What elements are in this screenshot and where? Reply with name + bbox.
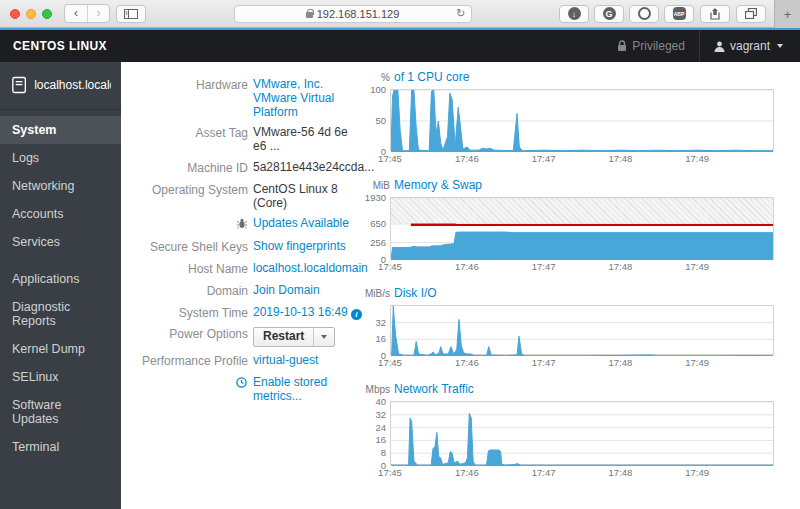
info-row-power-options: Power OptionsRestart — [131, 327, 362, 347]
host-name: localhost.locald... — [34, 78, 111, 92]
sidebar-item-software-updates[interactable]: Software Updates — [0, 391, 121, 433]
power-options-dropdown-toggle[interactable] — [313, 328, 334, 346]
updates-available-link[interactable]: Updates Available — [253, 216, 349, 230]
chart-unit-label: % — [362, 72, 390, 83]
info-row-machine-id: Machine ID5a2811e443e24ccda... — [131, 161, 362, 176]
show-fingerprints-link[interactable]: Show fingerprints — [253, 239, 346, 253]
download-extension-button[interactable]: ↓ — [559, 5, 589, 23]
vmware-inc-vmware-virtual-platform-link[interactable]: VMware, Inc. VMware Virtual Platform — [253, 77, 334, 119]
info-label: Power Options — [131, 327, 248, 347]
user-menu[interactable]: vagrant — [699, 30, 787, 62]
sidebar-item-accounts[interactable]: Accounts — [0, 200, 121, 228]
virtual-guest-link[interactable]: virtual-guest — [253, 353, 318, 367]
info-label: Secure Shell Keys — [131, 240, 248, 255]
plot-area-network[interactable] — [390, 401, 774, 465]
sidebar-item-terminal[interactable]: Terminal — [0, 433, 121, 461]
user-menu-caret-icon — [777, 44, 783, 48]
info-label: System Time — [131, 306, 248, 321]
sidebar-item-diagnostic-reports[interactable]: Diagnostic Reports — [0, 293, 121, 335]
sidebar-item-applications[interactable]: Applications — [0, 265, 121, 293]
enable-stored-metrics-link[interactable]: Enable stored metrics... — [253, 375, 327, 403]
sidebar-item-services[interactable]: Services — [0, 228, 121, 256]
privileged-indicator[interactable]: Privileged — [603, 39, 699, 53]
server-icon — [12, 75, 26, 95]
plot-area-disk[interactable] — [390, 305, 774, 355]
bug-icon — [237, 218, 247, 233]
sidebar-item-selinux[interactable]: SELinux — [0, 363, 121, 391]
restart-button[interactable]: Restart — [254, 328, 313, 346]
join-domain-link[interactable]: Join Domain — [253, 283, 320, 297]
charts-panel: %of 1 CPU core05010017:4517:4617:4717:48… — [362, 62, 800, 509]
info-label: Domain — [131, 284, 248, 299]
chart-title-link-network[interactable]: Network Traffic — [394, 382, 474, 396]
info-row-asset-tag: Asset TagVMware-56 4d 6e e6 ... — [131, 126, 362, 154]
info-value-text: VMware-56 4d 6e e6 ... — [253, 125, 348, 153]
address-bar[interactable]: 192.168.151.129 ↻ — [234, 5, 472, 23]
reload-icon[interactable]: ↻ — [456, 7, 465, 20]
tab-overview-button[interactable] — [736, 5, 766, 23]
info-value-text: CentOS Linux 8 (Core) — [253, 182, 338, 210]
sidebar: localhost.locald... SystemLogsNetworking… — [0, 62, 121, 509]
info-label: Asset Tag — [131, 126, 248, 154]
chart-unit-label: MiB — [362, 180, 390, 191]
x-axis-labels: 17:4517:4617:4717:4817:49 — [390, 259, 774, 273]
share-icon — [710, 8, 720, 20]
info-label: Operating System — [131, 183, 248, 211]
sidebar-item-logs[interactable]: Logs — [0, 144, 121, 172]
forward-button[interactable]: › — [87, 5, 109, 22]
sidebar-item-networking[interactable]: Networking — [0, 172, 121, 200]
window-controls — [10, 9, 52, 19]
chart-unit-label: Mbps — [362, 384, 390, 395]
window-close-button[interactable] — [10, 9, 20, 19]
new-tab-button[interactable]: + — [774, 0, 800, 28]
window-zoom-button[interactable] — [42, 9, 52, 19]
sidebar-toggle-button[interactable] — [116, 5, 146, 23]
sidebar-item-kernel-dump[interactable]: Kernel Dump — [0, 335, 121, 363]
plot-area-cpu[interactable] — [390, 89, 774, 151]
info-badge-icon[interactable]: i — [351, 309, 362, 320]
info-row-updates-available: Updates Available — [131, 217, 362, 233]
info-row-secure-shell-keys: Secure Shell KeysShow fingerprints — [131, 240, 362, 255]
plot-area-memory[interactable] — [390, 197, 774, 259]
localhost-localdomain-link[interactable]: localhost.localdomain — [253, 261, 368, 275]
masthead: CENTOS LINUX Privileged vagrant — [0, 30, 800, 62]
share-button[interactable] — [700, 5, 730, 23]
brand-title: CENTOS LINUX — [13, 39, 107, 53]
x-axis-labels: 17:4517:4617:4717:4817:49 — [390, 151, 774, 165]
info-label — [131, 217, 248, 233]
chart-memory: MiBMemory & Swap0256650193017:4517:4617:… — [362, 178, 774, 273]
info-row-domain: DomainJoin Domain — [131, 284, 362, 299]
info-row-operating-system: Operating SystemCentOS Linux 8 (Core) — [131, 183, 362, 211]
host-selector[interactable]: localhost.locald... — [0, 62, 121, 107]
sidebar-item-system[interactable]: System — [0, 116, 121, 144]
adblock-extension-button[interactable]: ABP — [664, 5, 694, 23]
sidebar-toggle-icon — [124, 9, 138, 19]
x-axis-labels: 17:4517:4617:4717:4817:49 — [390, 355, 774, 369]
url-text: 192.168.151.129 — [317, 8, 400, 20]
info-label: Machine ID — [131, 161, 248, 176]
info-row-performance-profile: Performance Profilevirtual-guest — [131, 354, 362, 369]
y-axis-labels: 0816243240 — [362, 401, 390, 465]
ring-extension-button[interactable] — [629, 5, 659, 23]
info-row-system-time: System Time2019-10-13 16:49i — [131, 306, 362, 321]
info-label: Host Name — [131, 262, 248, 277]
info-label: Hardware — [131, 78, 248, 119]
y-axis-labels: 01632 — [362, 305, 390, 355]
grammar-extension-button[interactable]: G — [594, 5, 624, 23]
chart-title-link-memory[interactable]: Memory & Swap — [394, 178, 482, 192]
info-row-hardware: HardwareVMware, Inc. VMware Virtual Plat… — [131, 78, 362, 119]
chart-disk: MiB/sDisk I/O0163217:4517:4617:4717:4817… — [362, 286, 774, 369]
download-extension-icon: ↓ — [568, 7, 581, 20]
x-axis-labels: 17:4517:4617:4717:4817:49 — [390, 465, 774, 479]
history-clock-icon — [236, 377, 247, 392]
2019-10-13-16-49-link[interactable]: 2019-10-13 16:49 — [253, 305, 348, 319]
chart-cpu: %of 1 CPU core05010017:4517:4617:4717:48… — [362, 70, 774, 165]
ring-extension-icon — [638, 7, 651, 20]
y-axis-labels: 02566501930 — [362, 197, 390, 259]
chart-title-link-disk[interactable]: Disk I/O — [394, 286, 437, 300]
tab-overview-icon — [745, 8, 757, 19]
chart-title-link-cpu[interactable]: of 1 CPU core — [394, 70, 469, 84]
back-button[interactable]: ‹ — [65, 5, 87, 22]
window-minimize-button[interactable] — [26, 9, 36, 19]
system-info-panel: HardwareVMware, Inc. VMware Virtual Plat… — [121, 62, 362, 509]
